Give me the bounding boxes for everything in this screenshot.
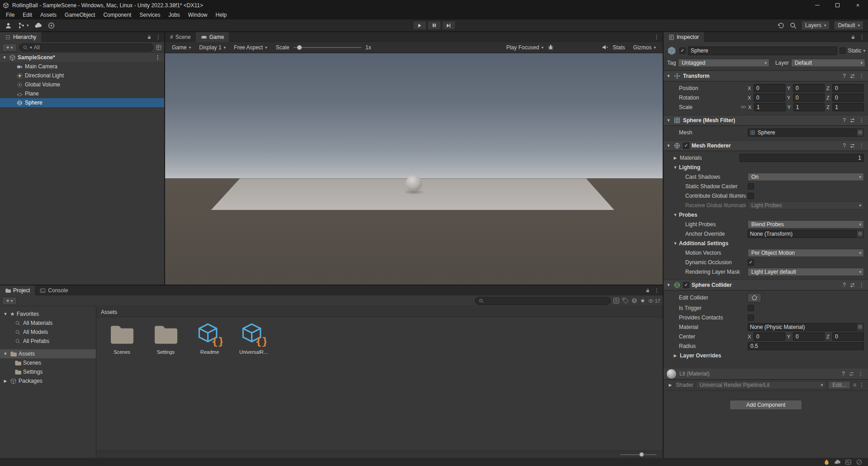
pause-button[interactable] bbox=[427, 21, 441, 30]
tree-scenes[interactable]: Scenes bbox=[0, 358, 96, 367]
layer-overrides-row[interactable]: ▶ Layer Overrides bbox=[664, 351, 868, 360]
gizmos-dropdown[interactable]: Gizmos▾ bbox=[629, 42, 660, 52]
mesh-renderer-header[interactable]: ▼ ✓ Mesh Renderer ? ⋮ bbox=[664, 140, 868, 151]
scale-slider[interactable] bbox=[294, 47, 361, 48]
center-y-field[interactable] bbox=[793, 333, 825, 341]
provides-contacts-checkbox[interactable] bbox=[748, 314, 754, 321]
thumbnail-zoom-slider[interactable] bbox=[620, 454, 656, 455]
menu-window[interactable]: Window bbox=[184, 10, 212, 19]
panel-menu-icon[interactable]: ⋮ bbox=[654, 34, 659, 40]
tab-project[interactable]: Project bbox=[0, 285, 35, 295]
tree-all-materials[interactable]: All Materials bbox=[0, 319, 96, 328]
hierarchy-item-global-volume[interactable]: Global Volume bbox=[0, 80, 164, 89]
play-focused-dropdown[interactable]: Play Focused▾ bbox=[502, 42, 547, 52]
position-x-field[interactable] bbox=[754, 84, 785, 92]
hidden-packages-toggle[interactable]: 17 bbox=[648, 298, 660, 304]
status-bake-icon[interactable] bbox=[823, 459, 830, 466]
menu-services[interactable]: Services bbox=[135, 10, 164, 19]
link-scale-icon[interactable] bbox=[740, 104, 746, 110]
gameobject-enabled-checkbox[interactable]: ✓ bbox=[679, 48, 686, 54]
asset-item-universalrp[interactable]: {} UniversalR... bbox=[232, 322, 275, 355]
display-dropdown[interactable]: Display 1▾ bbox=[195, 42, 230, 52]
foldout-icon[interactable]: ▶ bbox=[673, 353, 678, 358]
tree-all-models[interactable]: All Models bbox=[0, 328, 96, 337]
position-y-field[interactable] bbox=[793, 84, 825, 92]
scale-y-field[interactable] bbox=[793, 103, 825, 111]
object-picker-icon[interactable] bbox=[856, 323, 863, 331]
menu-jobs[interactable]: Jobs bbox=[164, 10, 184, 19]
static-checkbox[interactable] bbox=[840, 48, 846, 54]
close-button[interactable]: × bbox=[848, 0, 868, 10]
scene-options-icon[interactable]: ⋮ bbox=[155, 54, 164, 61]
stats-button[interactable]: Stats bbox=[608, 42, 629, 52]
zoom-slider-thumb[interactable] bbox=[640, 452, 644, 456]
tab-console[interactable]: Console bbox=[35, 285, 73, 295]
probes-foldout[interactable]: ▼ Probes bbox=[664, 210, 868, 219]
transform-header[interactable]: ▼ Transform ? ⋮ bbox=[664, 71, 868, 81]
account-icon[interactable] bbox=[5, 22, 12, 29]
rotation-x-field[interactable] bbox=[754, 94, 785, 102]
lock-icon[interactable] bbox=[645, 288, 650, 293]
is-trigger-checkbox[interactable] bbox=[748, 305, 754, 311]
menu-assets[interactable]: Assets bbox=[36, 10, 61, 19]
asset-item-readme[interactable]: {} Readme bbox=[189, 322, 231, 355]
mesh-filter-header[interactable]: ▼ Sphere (Mesh Filter) ? ⋮ bbox=[664, 115, 868, 126]
label-filter-icon[interactable] bbox=[622, 297, 629, 304]
contribute-gi-checkbox[interactable] bbox=[748, 193, 754, 199]
object-picker-icon[interactable] bbox=[856, 129, 863, 136]
presets-icon[interactable] bbox=[849, 371, 854, 377]
menu-gameobject[interactable]: GameObject bbox=[61, 10, 99, 19]
status-progress-icon[interactable] bbox=[856, 459, 863, 466]
tree-assets[interactable]: ▼ Assets bbox=[0, 349, 96, 358]
rotation-z-field[interactable] bbox=[832, 94, 864, 102]
sphere-collider-header[interactable]: ▼ ✓ Sphere Collider ? ⋮ bbox=[664, 280, 868, 290]
mute-audio-icon[interactable] bbox=[602, 44, 608, 51]
tag-dropdown[interactable]: Untagged▾ bbox=[678, 59, 769, 67]
tree-all-prefabs[interactable]: All Prefabs bbox=[0, 337, 96, 346]
hierarchy-item-plane[interactable]: Plane bbox=[0, 89, 164, 98]
tree-settings[interactable]: Settings bbox=[0, 367, 96, 376]
status-activity-icon[interactable] bbox=[845, 459, 852, 466]
create-asset-button[interactable]: +▾ bbox=[2, 297, 17, 305]
gameobject-name-field[interactable] bbox=[688, 47, 837, 55]
component-menu-icon[interactable]: ⋮ bbox=[859, 282, 864, 288]
static-shadow-caster-checkbox[interactable] bbox=[748, 183, 754, 190]
scale-x-field[interactable] bbox=[754, 103, 786, 111]
hierarchy-item-main-camera[interactable]: Main Camera bbox=[0, 62, 164, 71]
materials-count-field[interactable] bbox=[740, 154, 864, 162]
tab-hierarchy[interactable]: Hierarchy bbox=[0, 32, 41, 42]
layout-dropdown[interactable]: Default▾ bbox=[834, 21, 863, 30]
presets-icon[interactable] bbox=[849, 282, 855, 288]
cast-shadows-dropdown[interactable]: On▾ bbox=[748, 173, 864, 181]
layers-dropdown[interactable]: Layers▾ bbox=[802, 21, 830, 30]
scene-picking-icon[interactable] bbox=[156, 44, 162, 51]
menu-component[interactable]: Component bbox=[99, 10, 135, 19]
mesh-object-field[interactable]: Sphere bbox=[748, 128, 864, 137]
foldout-icon[interactable]: ▶ bbox=[673, 156, 678, 160]
tab-scene[interactable]: # Scene bbox=[165, 32, 196, 42]
component-menu-icon[interactable]: ⋮ bbox=[859, 143, 864, 149]
play-button[interactable] bbox=[413, 21, 427, 30]
mesh-renderer-enabled-checkbox[interactable]: ✓ bbox=[683, 143, 689, 149]
hierarchy-item-sphere[interactable]: Sphere bbox=[0, 98, 164, 107]
dynamic-occlusion-checkbox[interactable]: ✓ bbox=[748, 259, 754, 266]
scale-z-field[interactable] bbox=[832, 103, 864, 111]
physic-material-field[interactable]: None (Physic Material) bbox=[748, 323, 864, 331]
menu-edit[interactable]: Edit bbox=[19, 10, 36, 19]
component-menu-icon[interactable]: ⋮ bbox=[859, 73, 864, 79]
menu-file[interactable]: File bbox=[2, 10, 19, 19]
radius-field[interactable] bbox=[748, 342, 864, 350]
tree-packages[interactable]: ▶ Packages bbox=[0, 376, 96, 385]
material-header[interactable]: Lit (Material) ? ⋮ bbox=[664, 368, 868, 380]
status-cloud-icon[interactable] bbox=[834, 459, 841, 466]
display-target-dropdown[interactable]: Game▾ bbox=[168, 42, 195, 52]
game-view-canvas[interactable] bbox=[165, 53, 663, 285]
tab-inspector[interactable]: Inspector bbox=[664, 32, 704, 42]
favorites-filter-icon[interactable]: ★ bbox=[640, 297, 645, 304]
add-component-button[interactable]: Add Component bbox=[730, 400, 802, 410]
undo-history-icon[interactable] bbox=[777, 22, 785, 29]
target-icon[interactable] bbox=[47, 22, 55, 29]
lock-icon[interactable] bbox=[850, 34, 856, 40]
project-search-input[interactable] bbox=[475, 297, 611, 305]
hierarchy-item-directional-light[interactable]: Directional Light bbox=[0, 71, 164, 80]
